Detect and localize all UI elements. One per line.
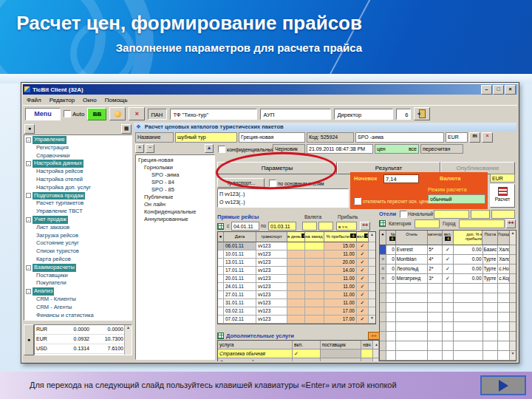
tree-item[interactable]: Публичные [138,194,214,201]
cut-icon-button[interactable]: × [129,107,145,120]
add-flight-button[interactable]: ++ [360,222,370,231]
sidebar-item[interactable]: Управление ТВСТ [26,208,132,216]
city-filter-field[interactable] [459,219,505,228]
collapse-icon[interactable]: - [26,137,31,143]
currency-field[interactable]: EUR [446,132,468,143]
close-icon[interactable]: × [505,85,516,95]
minimize-icon[interactable]: – [481,85,492,95]
sidebar-item[interactable]: CRM - Агенты [26,304,132,312]
row-handle[interactable]: ≡ [380,265,386,274]
flight-row[interactable]: 24.01.11 vv123 11.00 ✓ [218,283,375,291]
row-handle[interactable] [380,245,386,255]
scrollbar[interactable]: ▲ [510,231,516,245]
flight-row[interactable]: 13.01.11 vv123 20.00 ✓ [218,259,375,267]
sidebar-item[interactable]: Состояние услуг [26,239,132,248]
confidential-checkbox[interactable] [218,146,225,153]
tree-item[interactable]: Он лайн [138,201,214,208]
collapse-icon[interactable]: - [26,217,31,222]
currency-row[interactable]: RUR 0.0000 0.0000 [35,325,132,335]
collapse-button[interactable]: − [146,144,154,153]
sidebar-item[interactable]: Настройка доп. услуг [26,184,132,192]
menu-window[interactable]: Окно [83,97,97,103]
tree-item[interactable]: Греция-новая [138,157,214,164]
expand-button[interactable]: + [135,144,144,153]
sidebar-item[interactable]: Регистрация [26,144,132,152]
flight-row[interactable]: 10.01.11 vv123 11.00 ✓ [218,250,375,259]
scrollbar[interactable]: ▲ [124,325,132,355]
collapse-icon[interactable]: - [26,289,31,294]
tree-item[interactable]: Горнолыжи [138,164,214,171]
sidebar-item[interactable]: Списки туристов [26,248,132,256]
sidebar-item[interactable]: Расчет турпакетов [26,200,132,208]
refresh-icon-button[interactable]: ● [24,124,35,134]
row-handle[interactable] [218,291,224,299]
sidebar-group[interactable]: -Анализ [26,287,132,296]
row-handle[interactable]: ≡ [380,255,386,265]
row-handle[interactable] [218,299,224,307]
menu-help[interactable]: Помощь [105,97,128,103]
hotel-row[interactable]: 0 Everest 5* ✓ 0.00 Базис Хало [380,245,516,255]
user-icon-button[interactable] [109,107,126,120]
sidebar-item[interactable]: Карта рейсов [26,256,132,264]
pan-field[interactable]: ПАН [148,109,167,120]
scrollbar[interactable]: ▲ [373,341,379,349]
next-slide-button[interactable] [480,375,526,395]
currency-icon-button[interactable]: ● [24,324,34,355]
row-handle[interactable] [218,242,224,250]
currency-row[interactable]: EUR 0.0932 10.7300 [35,335,132,344]
tab-parameters[interactable]: Параметры [217,162,337,174]
director-field[interactable]: Директор [334,109,393,120]
add-hotel-button[interactable]: ++ [506,219,516,228]
flight-row[interactable]: 17.01.11 vv123 14.00 ✓ [218,267,375,275]
hotels-start-checkbox[interactable] [400,211,407,218]
row-handle[interactable]: ≡ [380,274,386,284]
sidebar-item[interactable]: Поставщики [26,272,132,280]
category-filter-field[interactable] [415,219,440,228]
disable-recalc-checkbox[interactable] [354,197,361,205]
service-row[interactable]: Страховка годовая ▼ [217,358,380,361]
calc-mode-field[interactable]: обычный [428,194,485,204]
formula-icon-button[interactable]: m [469,132,480,143]
hotels-start-field[interactable] [471,210,490,219]
hotels-start-field[interactable] [434,210,469,219]
sidebar-group[interactable]: -Взаиморасчеты [26,264,132,272]
date-to-field[interactable]: 01.03.11 [268,222,296,231]
tree-item[interactable]: Конфиденциальные [138,208,214,216]
maximize-icon[interactable]: □ [493,85,504,95]
menu-file[interactable]: Файл [27,97,41,103]
sidebar-item[interactable]: Справочники [26,152,132,160]
exit-icon-button[interactable] [414,107,430,120]
number-field[interactable]: 6 [396,109,411,120]
sidebar-item[interactable]: Покупатели [26,279,132,287]
currency-row[interactable]: USD 0.1314 7.6100 [35,344,132,354]
flight-row[interactable]: 20.01.11 vv123 11.00 ✓ [218,275,375,283]
tree-item[interactable]: SPO - 85 [138,186,214,194]
flight-row[interactable]: 07.02.11 vv123 17.00 ✓ ▼ [218,316,375,324]
hotel-row[interactable]: ≡ 0 Леопольд 2* ✓ 0.00 Турте с.Нов [380,265,516,274]
profit-incl-field[interactable]: в т.ч. [336,222,357,231]
calc-button[interactable]: Расчет [490,184,515,208]
collapse-icon[interactable]: - [26,265,31,270]
tree-item[interactable]: Аннулированные [138,216,214,223]
flight-row[interactable]: 03.02.11 vv123 17.00 ✓ [218,307,375,316]
transport-textarea[interactable]: П vv123(..) О vv123(..) [217,188,349,208]
excel-icon[interactable] [217,223,224,230]
service-row[interactable]: Страховка обычная ✓ [217,349,380,358]
panel-icon-button[interactable]: ▦ [121,124,132,134]
sidebar-item[interactable]: Настройка рейсов [26,168,132,176]
sidebar-item[interactable]: CRM - Клиенты [26,296,132,304]
row-handle[interactable] [218,275,224,283]
tree-item[interactable]: SPO - 84 [138,179,214,186]
up-arrow-button[interactable]: ▲ [205,144,214,153]
collapse-icon[interactable]: - [26,161,31,166]
hotel-row[interactable]: ≡ 0 Мегатренд 3* ✓ 0.00 Турте с.Кор [380,274,516,284]
row-handle[interactable] [218,316,224,324]
flight-row[interactable]: 06.01.11 vv123 15.00 ✓ [218,242,375,250]
hotel-row[interactable]: ≡ 0 Montblan 4* ✓ 0.00 Турте Хало [380,255,516,265]
sidebar-group[interactable]: -Учет продаж [26,216,132,224]
menu-button[interactable]: Menu [25,108,61,120]
excel-icon[interactable] [379,220,386,227]
main-hotels-checkbox[interactable] [269,180,276,187]
scrollbar[interactable]: ▲ [369,232,375,242]
sidebar-item[interactable]: Лист заказов [26,224,132,232]
